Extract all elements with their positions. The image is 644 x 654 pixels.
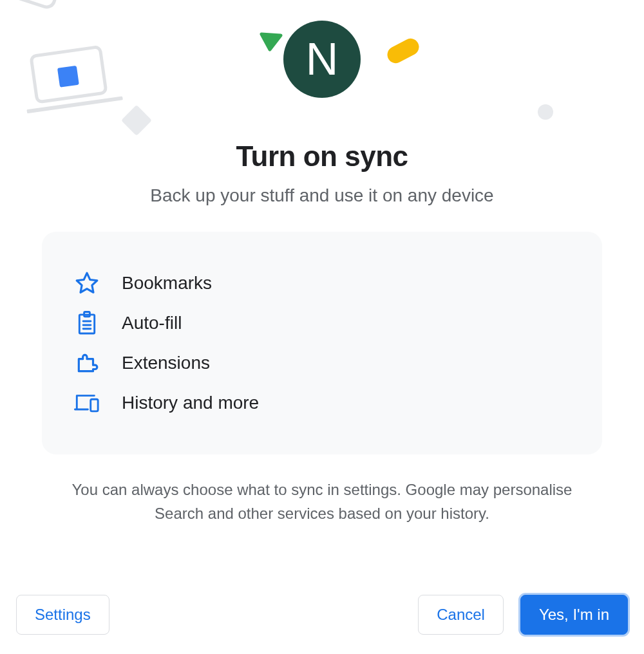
svg-rect-3 [10,0,76,9]
disclaimer-text: You can always choose what to sync in se… [48,478,596,525]
dialog-footer: Settings Cancel Yes, I'm in [16,595,628,635]
list-item: Bookmarks [74,270,570,296]
item-label: History and more [122,393,259,413]
sync-items-card: Bookmarks Auto-fill Extensions [42,232,602,454]
devices-icon [74,390,100,416]
page-title: Turn on sync [16,140,628,173]
item-label: Auto-fill [122,313,182,333]
decoration-dot [538,104,553,120]
item-label: Extensions [122,353,210,373]
item-label: Bookmarks [122,273,212,294]
extension-icon [74,350,100,376]
decoration-diamond [121,105,152,136]
cancel-button[interactable]: Cancel [418,595,504,635]
svg-rect-12 [91,399,98,411]
confirm-button[interactable]: Yes, I'm in [520,595,628,635]
star-icon [74,270,100,296]
list-item: Auto-fill [74,310,570,336]
list-item: Extensions [74,350,570,376]
settings-button[interactable]: Settings [16,595,109,635]
page-subtitle: Back up your stuff and use it on any dev… [16,185,628,206]
list-item: History and more [74,390,570,416]
decoration-pill [384,35,422,66]
avatar-initial: N [306,33,339,85]
svg-rect-1 [57,66,79,88]
hero-illustration: N [16,13,628,122]
avatar: N [283,21,361,98]
svg-marker-6 [77,273,97,292]
clipboard-icon [74,310,100,336]
